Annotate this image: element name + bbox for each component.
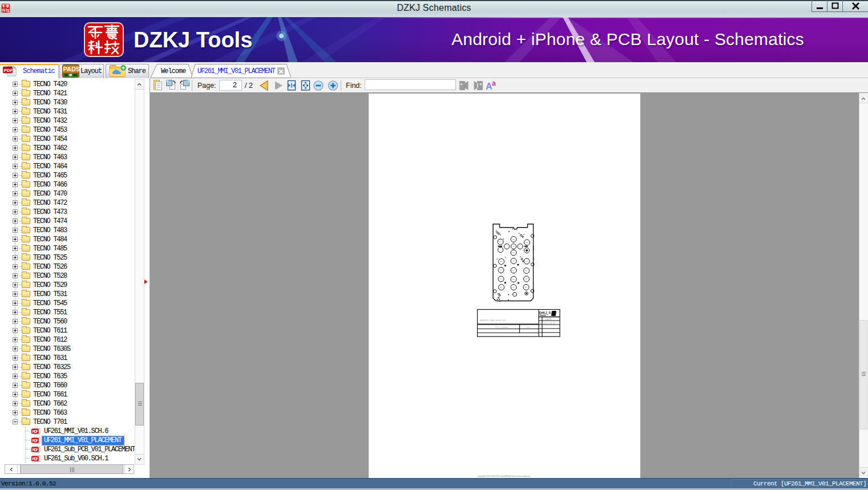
svg-text:PDF: PDF: [33, 439, 38, 443]
svg-text:2015-09-28: 2015-09-28: [543, 322, 556, 325]
svg-text:Part number: Part number: [495, 326, 509, 329]
svg-text:Copyright(C)2014-2016 DZKJ Too: Copyright(C)2014-2016 DZKJ Tools All Rig…: [477, 475, 532, 477]
svg-text:MMI/F3.2 MM (E20) V01: MMI/F3.2 MM (E20) V01: [480, 319, 507, 322]
svg-text:PDF: PDF: [33, 448, 38, 452]
svg-text:Tools™: Tools™: [539, 314, 549, 317]
svg-text:A: A: [540, 322, 542, 325]
svg-text:PDF: PDF: [33, 430, 38, 434]
svg-text:DATE: DATE: [545, 318, 551, 321]
svg-text:a: a: [492, 79, 496, 87]
svg-text:xxx: xxx: [526, 326, 530, 329]
svg-text:PADS: PADS: [63, 66, 80, 72]
svg-text:PDF: PDF: [4, 68, 13, 73]
svg-text:PDF: PDF: [33, 457, 38, 461]
